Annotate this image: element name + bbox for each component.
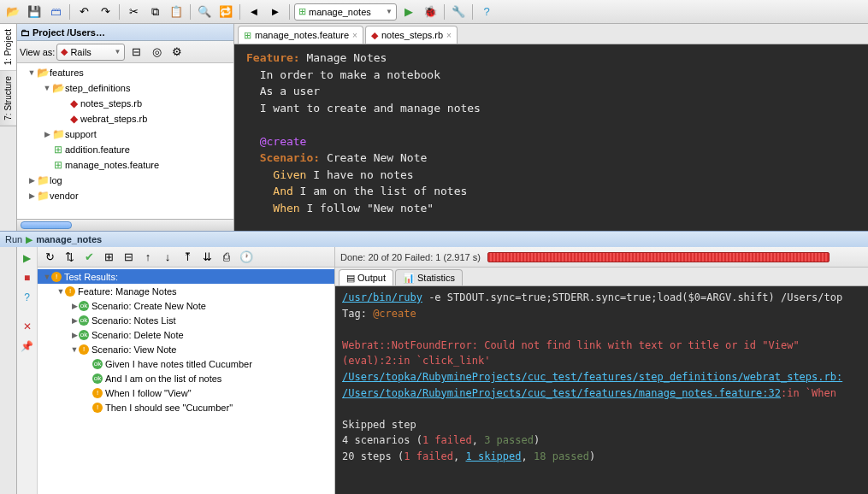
tree-file-webrat-steps[interactable]: ◆webrat_steps.rb <box>17 111 233 126</box>
sidebar-tab-project[interactable]: 1: Project <box>0 24 16 71</box>
save-all-icon[interactable]: 🗃 <box>46 3 65 21</box>
test-summary: Done: 20 of 20 Failed: 1 (2.917 s) <box>340 252 481 262</box>
output-tab-statistics[interactable]: 📊Statistics <box>395 269 463 285</box>
close-icon[interactable]: ✕ <box>20 319 35 334</box>
save-icon[interactable]: 💾 <box>25 3 44 21</box>
sidebar-tab-structure[interactable]: 7: Structure <box>0 71 16 126</box>
tree-folder-log[interactable]: ▶log <box>17 173 233 188</box>
filter-passed-icon[interactable]: ✔ <box>80 248 98 267</box>
output-icon: ▤ <box>346 273 355 284</box>
stats-icon: 📊 <box>403 273 415 284</box>
results-tree: ▼!Test Results: ▼!Feature: Manage Notes … <box>38 268 334 494</box>
project-tree: ▼features ▼step_definitions ◆notes_steps… <box>17 63 233 219</box>
run-config-label: manage_notes <box>309 7 371 17</box>
output-tab-output[interactable]: ▤Output <box>339 269 393 285</box>
results-step[interactable]: !When I follow "View" <box>38 385 334 400</box>
results-scenario-view[interactable]: ▼!Scenario: View Note <box>38 342 334 356</box>
results-scenario-delete[interactable]: ▶okScenario: Delete Note <box>38 327 334 342</box>
pin-icon[interactable]: 📌 <box>20 338 35 354</box>
output-statusbar: Done: 20 of 20 Failed: 1 (2.917 s) <box>335 247 868 268</box>
rerun-failed-icon[interactable]: ↻ <box>40 248 59 267</box>
main-toolbar: 📂 💾 🗃 ↶ ↷ ✂ ⧉ 📋 🔍 🔁 ◄ ► ⊞ manage_notes ▼… <box>0 0 868 24</box>
expand-icon[interactable]: ⊞ <box>99 248 118 267</box>
back-icon[interactable]: ◄ <box>245 3 263 21</box>
settings-icon[interactable]: 🔧 <box>449 3 468 21</box>
results-toolbar: ↻ ⇅ ✔ ⊞ ⊟ ↑ ↓ ⤒ ⇊ ⎙ 🕐 <box>38 247 334 268</box>
results-step[interactable]: !Then I should see "Cucumber" <box>38 400 334 415</box>
next-icon[interactable]: ↓ <box>158 248 177 267</box>
editor-tab-label: notes_steps.rb <box>381 30 443 40</box>
left-gutter: 1: Project 7: Structure <box>0 24 17 231</box>
folder-icon: 🗀 <box>21 27 30 38</box>
find-icon[interactable]: 🔍 <box>195 3 214 21</box>
play-icon: ▶ <box>26 234 32 245</box>
code-editor[interactable]: Feature: Manage Notes In order to make a… <box>234 44 868 231</box>
run-header-label: Run <box>5 234 22 244</box>
tree-file-notes-steps[interactable]: ◆notes_steps.rb <box>17 96 233 111</box>
cut-icon[interactable]: ✂ <box>124 3 143 21</box>
feature-icon: ⊞ <box>298 6 306 17</box>
tree-file-manage-notes[interactable]: ⊞manage_notes.feature <box>17 157 233 173</box>
debug-icon[interactable]: 🐞 <box>421 3 440 21</box>
editor-tab-notes-steps[interactable]: ◆ notes_steps.rb × <box>365 26 458 44</box>
autoscroll-icon[interactable]: ⇊ <box>198 248 216 267</box>
run-header: Run ▶ manage_notes <box>0 232 868 247</box>
open-icon[interactable]: 📂 <box>3 3 22 21</box>
project-toolbar: View as: ◆ Rails ▼ ⊟ ◎ ⚙ <box>17 41 233 63</box>
ruby-icon: ◆ <box>371 30 378 41</box>
tree-folder-step-definitions[interactable]: ▼step_definitions <box>17 80 233 96</box>
locate-icon[interactable]: ◎ <box>147 43 166 62</box>
history-icon[interactable]: 🕐 <box>237 248 256 267</box>
rerun-icon[interactable]: ▶ <box>20 250 35 266</box>
tree-file-addition[interactable]: ⊞addition.feature <box>17 142 233 157</box>
collapse-icon[interactable]: ⊟ <box>127 43 145 62</box>
chevron-down-icon: ▼ <box>386 8 393 15</box>
run-config-combo[interactable]: ⊞ manage_notes ▼ <box>294 3 397 21</box>
output-panel: Done: 20 of 20 Failed: 1 (2.917 s) ▤Outp… <box>335 247 868 494</box>
select-first-icon[interactable]: ⤒ <box>178 248 197 267</box>
view-as-combo[interactable]: ◆ Rails ▼ <box>56 44 125 61</box>
copy-icon[interactable]: ⧉ <box>145 3 164 21</box>
console[interactable]: /usr/bin/ruby -e STDOUT.sync=true;STDERR… <box>335 286 868 494</box>
editor-tab-label: manage_notes.feature <box>255 30 349 40</box>
results-step[interactable]: okAnd I am on the list of notes <box>38 371 334 385</box>
help-icon[interactable]: ? <box>20 290 35 305</box>
undo-icon[interactable]: ↶ <box>74 3 93 21</box>
results-feature[interactable]: ▼!Feature: Manage Notes <box>38 284 334 298</box>
tree-folder-vendor[interactable]: ▶vendor <box>17 188 233 203</box>
tree-folder-features[interactable]: ▼features <box>17 65 233 80</box>
results-root[interactable]: ▼!Test Results: <box>38 269 334 284</box>
run-left-gutter <box>0 247 17 494</box>
stop-icon[interactable]: ■ <box>20 270 35 285</box>
paste-icon[interactable]: 📋 <box>167 3 186 21</box>
results-step[interactable]: okGiven I have notes titled Cucumber <box>38 356 334 371</box>
project-scrollbar[interactable] <box>17 219 233 231</box>
close-icon[interactable]: × <box>352 31 357 40</box>
close-icon[interactable]: × <box>446 31 452 40</box>
output-tabs: ▤Output 📊Statistics <box>335 268 868 286</box>
help-icon[interactable]: ? <box>477 3 496 21</box>
replace-icon[interactable]: 🔁 <box>216 3 235 21</box>
run-header-config: manage_notes <box>36 234 102 244</box>
gear-icon[interactable]: ⚙ <box>168 43 186 62</box>
editor-tab-manage-notes[interactable]: ⊞ manage_notes.feature × <box>238 26 363 44</box>
collapse-icon[interactable]: ⊟ <box>119 248 138 267</box>
results-scenario-list[interactable]: ▶okScenario: Notes List <box>38 313 334 327</box>
project-panel: 🗀 Project /Users… View as: ◆ Rails ▼ ⊟ ◎… <box>17 24 234 231</box>
tree-folder-support[interactable]: ▶support <box>17 126 233 142</box>
project-title: Project /Users… <box>32 27 105 38</box>
run-panel: Run ▶ manage_notes ▶ ■ ? ✕ 📌 ↻ ⇅ ✔ ⊞ ⊟ ↑… <box>0 231 868 494</box>
sort-icon[interactable]: ⇅ <box>60 248 79 267</box>
editor-tabs: ⊞ manage_notes.feature × ◆ notes_steps.r… <box>234 24 868 44</box>
project-panel-header: 🗀 Project /Users… <box>17 24 233 41</box>
view-as-value: Rails <box>70 47 91 57</box>
run-icon[interactable]: ▶ <box>399 3 418 21</box>
test-progress-bar <box>487 252 830 262</box>
redo-icon[interactable]: ↷ <box>96 3 115 21</box>
editor-area: ⊞ manage_notes.feature × ◆ notes_steps.r… <box>234 24 868 231</box>
results-scenario-create[interactable]: ▶okScenario: Create New Note <box>38 298 334 313</box>
prev-icon[interactable]: ↑ <box>139 248 157 267</box>
forward-icon[interactable]: ► <box>266 3 285 21</box>
run-button-bar: ▶ ■ ? ✕ 📌 <box>17 247 38 494</box>
export-icon[interactable]: ⎙ <box>217 248 236 267</box>
